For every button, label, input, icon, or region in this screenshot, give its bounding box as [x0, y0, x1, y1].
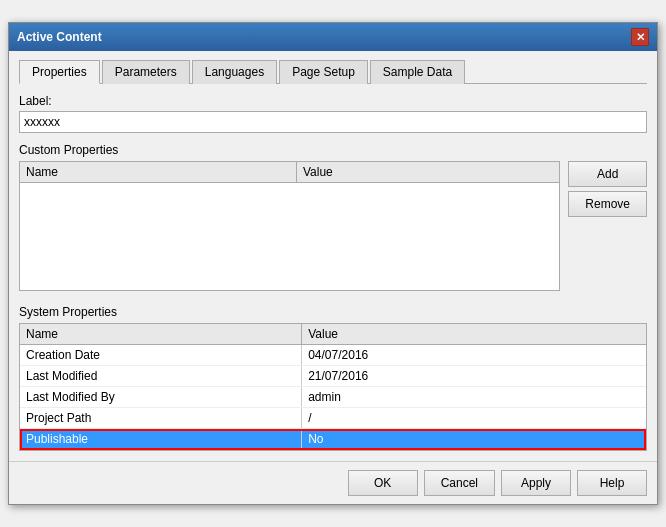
table-row[interactable]: Creation Date04/07/2016: [20, 345, 646, 366]
cancel-button[interactable]: Cancel: [424, 470, 495, 496]
sys-row-value: admin: [302, 387, 646, 408]
system-properties-title: System Properties: [19, 305, 647, 319]
apply-button[interactable]: Apply: [501, 470, 571, 496]
tab-page-setup[interactable]: Page Setup: [279, 60, 368, 84]
title-bar: Active Content ✕: [9, 23, 657, 51]
sys-row-value: 04/07/2016: [302, 345, 646, 366]
tab-properties[interactable]: Properties: [19, 60, 100, 84]
custom-properties-buttons: Add Remove: [568, 161, 647, 291]
dialog-title: Active Content: [17, 30, 102, 44]
dialog-body: Properties Parameters Languages Page Set…: [9, 51, 657, 461]
table-row[interactable]: Last Modified21/07/2016: [20, 366, 646, 387]
custom-properties-title: Custom Properties: [19, 143, 647, 157]
system-properties-table-container: Name Value Creation Date04/07/2016Last M…: [19, 323, 647, 451]
tab-sample-data[interactable]: Sample Data: [370, 60, 465, 84]
table-row[interactable]: Last Modified Byadmin: [20, 387, 646, 408]
sys-row-name: Creation Date: [20, 345, 302, 366]
sys-row-value: 21/07/2016: [302, 366, 646, 387]
sys-col-name: Name: [20, 324, 302, 345]
system-properties-body: Creation Date04/07/2016Last Modified21/0…: [20, 345, 646, 450]
sys-row-value: /: [302, 408, 646, 429]
custom-col-name: Name: [20, 162, 296, 183]
table-row[interactable]: PublishableNo: [20, 429, 646, 450]
tab-bar: Properties Parameters Languages Page Set…: [19, 59, 647, 84]
table-row[interactable]: Project Path/: [20, 408, 646, 429]
active-content-dialog: Active Content ✕ Properties Parameters L…: [8, 22, 658, 505]
custom-col-value: Value: [296, 162, 559, 183]
sys-row-name: Publishable: [20, 429, 302, 450]
sys-row-name: Last Modified: [20, 366, 302, 387]
sys-col-value: Value: [302, 324, 646, 345]
custom-properties-table: Name Value: [20, 162, 559, 183]
close-button[interactable]: ✕: [631, 28, 649, 46]
add-button[interactable]: Add: [568, 161, 647, 187]
ok-button[interactable]: OK: [348, 470, 418, 496]
custom-properties-table-container: Name Value: [19, 161, 560, 291]
tab-parameters[interactable]: Parameters: [102, 60, 190, 84]
sys-row-name: Last Modified By: [20, 387, 302, 408]
label-input[interactable]: [19, 111, 647, 133]
dialog-footer: OK Cancel Apply Help: [9, 461, 657, 504]
sys-row-name: Project Path: [20, 408, 302, 429]
sys-row-value: No: [302, 429, 646, 450]
remove-button[interactable]: Remove: [568, 191, 647, 217]
system-properties-table: Name Value Creation Date04/07/2016Last M…: [20, 324, 646, 450]
label-field-label: Label:: [19, 94, 647, 108]
custom-properties-area: Name Value Add Remove: [19, 161, 647, 291]
tab-languages[interactable]: Languages: [192, 60, 277, 84]
help-button[interactable]: Help: [577, 470, 647, 496]
